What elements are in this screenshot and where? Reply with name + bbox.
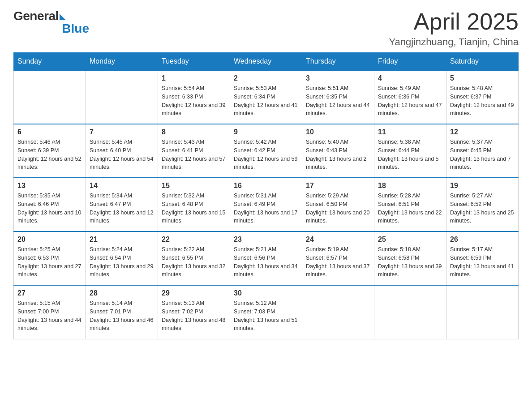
calendar-cell: 7Sunrise: 5:45 AMSunset: 6:40 PMDaylight…	[86, 124, 158, 178]
calendar-cell: 19Sunrise: 5:27 AMSunset: 6:52 PMDayligh…	[446, 178, 519, 231]
cell-day-number: 27	[17, 289, 82, 297]
cell-day-number: 1	[162, 74, 226, 82]
calendar-cell: 16Sunrise: 5:31 AMSunset: 6:49 PMDayligh…	[230, 178, 302, 231]
cell-sun-info: Sunrise: 5:48 AMSunset: 6:37 PMDaylight:…	[450, 84, 515, 118]
cell-sun-info: Sunrise: 5:32 AMSunset: 6:48 PMDaylight:…	[162, 192, 226, 225]
cell-day-number: 18	[378, 182, 442, 190]
calendar-cell: 11Sunrise: 5:38 AMSunset: 6:44 PMDayligh…	[374, 124, 446, 178]
cell-sun-info: Sunrise: 5:45 AMSunset: 6:40 PMDaylight:…	[90, 138, 154, 171]
cell-sun-info: Sunrise: 5:17 AMSunset: 6:59 PMDaylight:…	[450, 245, 515, 279]
calendar-cell	[446, 285, 519, 339]
cell-day-number: 11	[378, 128, 442, 136]
calendar-cell: 8Sunrise: 5:43 AMSunset: 6:41 PMDaylight…	[158, 124, 230, 178]
cell-sun-info: Sunrise: 5:24 AMSunset: 6:54 PMDaylight:…	[90, 245, 154, 279]
calendar-header-monday: Monday	[86, 53, 158, 71]
cell-day-number: 9	[234, 128, 298, 136]
cell-day-number: 28	[90, 289, 154, 297]
calendar-cell: 6Sunrise: 5:46 AMSunset: 6:39 PMDaylight…	[14, 124, 86, 178]
cell-sun-info: Sunrise: 5:31 AMSunset: 6:49 PMDaylight:…	[234, 192, 298, 225]
cell-sun-info: Sunrise: 5:29 AMSunset: 6:50 PMDaylight:…	[306, 192, 370, 225]
cell-sun-info: Sunrise: 5:22 AMSunset: 6:55 PMDaylight:…	[162, 245, 226, 279]
cell-day-number: 24	[306, 235, 370, 244]
cell-day-number: 14	[90, 182, 154, 190]
logo-triangle-icon	[60, 14, 66, 20]
cell-day-number: 17	[306, 182, 370, 190]
cell-day-number: 30	[234, 289, 298, 297]
cell-day-number: 23	[234, 235, 298, 244]
week-row-5: 27Sunrise: 5:15 AMSunset: 7:00 PMDayligh…	[14, 285, 519, 339]
cell-sun-info: Sunrise: 5:46 AMSunset: 6:39 PMDaylight:…	[17, 138, 82, 171]
cell-day-number: 6	[17, 128, 82, 136]
calendar-cell	[14, 70, 86, 124]
calendar-cell: 15Sunrise: 5:32 AMSunset: 6:48 PMDayligh…	[158, 178, 230, 231]
cell-sun-info: Sunrise: 5:27 AMSunset: 6:52 PMDaylight:…	[450, 192, 515, 225]
calendar-cell: 2Sunrise: 5:53 AMSunset: 6:34 PMDaylight…	[230, 70, 302, 124]
calendar-header-saturday: Saturday	[446, 53, 519, 71]
calendar-header-row: SundayMondayTuesdayWednesdayThursdayFrid…	[14, 53, 519, 71]
calendar-cell: 24Sunrise: 5:19 AMSunset: 6:57 PMDayligh…	[302, 231, 374, 285]
cell-sun-info: Sunrise: 5:13 AMSunset: 7:02 PMDaylight:…	[162, 299, 226, 333]
calendar-table: SundayMondayTuesdayWednesdayThursdayFrid…	[13, 52, 519, 339]
calendar-header-friday: Friday	[374, 53, 446, 71]
cell-sun-info: Sunrise: 5:53 AMSunset: 6:34 PMDaylight:…	[234, 84, 298, 118]
cell-sun-info: Sunrise: 5:54 AMSunset: 6:33 PMDaylight:…	[162, 84, 226, 118]
cell-day-number: 4	[378, 74, 442, 82]
calendar-cell: 18Sunrise: 5:28 AMSunset: 6:51 PMDayligh…	[374, 178, 446, 231]
calendar-cell: 12Sunrise: 5:37 AMSunset: 6:45 PMDayligh…	[446, 124, 519, 178]
cell-day-number: 3	[306, 74, 370, 82]
cell-sun-info: Sunrise: 5:21 AMSunset: 6:56 PMDaylight:…	[234, 245, 298, 279]
calendar-cell: 5Sunrise: 5:48 AMSunset: 6:37 PMDaylight…	[446, 70, 519, 124]
calendar-cell: 27Sunrise: 5:15 AMSunset: 7:00 PMDayligh…	[14, 285, 86, 339]
calendar-cell: 29Sunrise: 5:13 AMSunset: 7:02 PMDayligh…	[158, 285, 230, 339]
calendar-cell: 4Sunrise: 5:49 AMSunset: 6:36 PMDaylight…	[374, 70, 446, 124]
calendar-cell	[374, 285, 446, 339]
calendar-cell: 14Sunrise: 5:34 AMSunset: 6:47 PMDayligh…	[86, 178, 158, 231]
cell-sun-info: Sunrise: 5:28 AMSunset: 6:51 PMDaylight:…	[378, 192, 442, 225]
calendar-cell: 9Sunrise: 5:42 AMSunset: 6:42 PMDaylight…	[230, 124, 302, 178]
cell-day-number: 16	[234, 182, 298, 190]
calendar-header-tuesday: Tuesday	[158, 53, 230, 71]
cell-sun-info: Sunrise: 5:51 AMSunset: 6:35 PMDaylight:…	[306, 84, 370, 118]
calendar-cell: 17Sunrise: 5:29 AMSunset: 6:50 PMDayligh…	[302, 178, 374, 231]
cell-sun-info: Sunrise: 5:25 AMSunset: 6:53 PMDaylight:…	[17, 245, 82, 279]
calendar-header-wednesday: Wednesday	[230, 53, 302, 71]
week-row-4: 20Sunrise: 5:25 AMSunset: 6:53 PMDayligh…	[14, 231, 519, 285]
calendar-header-thursday: Thursday	[302, 53, 374, 71]
cell-day-number: 21	[90, 235, 154, 244]
logo: General General Blue	[13, 9, 89, 36]
week-row-3: 13Sunrise: 5:35 AMSunset: 6:46 PMDayligh…	[14, 178, 519, 231]
cell-day-number: 13	[17, 182, 82, 190]
month-title: April 2025	[389, 9, 519, 34]
cell-day-number: 15	[162, 182, 226, 190]
cell-day-number: 8	[162, 128, 226, 136]
calendar-cell: 3Sunrise: 5:51 AMSunset: 6:35 PMDaylight…	[302, 70, 374, 124]
cell-sun-info: Sunrise: 5:43 AMSunset: 6:41 PMDaylight:…	[162, 138, 226, 171]
cell-day-number: 29	[162, 289, 226, 297]
cell-sun-info: Sunrise: 5:19 AMSunset: 6:57 PMDaylight:…	[306, 245, 370, 279]
calendar-cell: 20Sunrise: 5:25 AMSunset: 6:53 PMDayligh…	[14, 231, 86, 285]
cell-sun-info: Sunrise: 5:15 AMSunset: 7:00 PMDaylight:…	[17, 299, 82, 333]
cell-sun-info: Sunrise: 5:34 AMSunset: 6:47 PMDaylight:…	[90, 192, 154, 225]
cell-sun-info: Sunrise: 5:42 AMSunset: 6:42 PMDaylight:…	[234, 138, 298, 171]
cell-day-number: 2	[234, 74, 298, 82]
cell-day-number: 22	[162, 235, 226, 244]
calendar-cell: 13Sunrise: 5:35 AMSunset: 6:46 PMDayligh…	[14, 178, 86, 231]
cell-day-number: 26	[450, 235, 515, 244]
cell-day-number: 12	[450, 128, 515, 136]
cell-sun-info: Sunrise: 5:38 AMSunset: 6:44 PMDaylight:…	[378, 138, 442, 171]
cell-day-number: 19	[450, 182, 515, 190]
calendar-cell: 23Sunrise: 5:21 AMSunset: 6:56 PMDayligh…	[230, 231, 302, 285]
week-row-2: 6Sunrise: 5:46 AMSunset: 6:39 PMDaylight…	[14, 124, 519, 178]
logo-blue-text: Blue	[62, 21, 89, 36]
page-header: General General Blue April 2025 Yangjinz…	[13, 9, 519, 48]
cell-sun-info: Sunrise: 5:49 AMSunset: 6:36 PMDaylight:…	[378, 84, 442, 118]
calendar-cell	[86, 70, 158, 124]
cell-day-number: 7	[90, 128, 154, 136]
calendar-cell: 1Sunrise: 5:54 AMSunset: 6:33 PMDaylight…	[158, 70, 230, 124]
cell-day-number: 20	[17, 235, 82, 244]
calendar-cell: 26Sunrise: 5:17 AMSunset: 6:59 PMDayligh…	[446, 231, 519, 285]
cell-sun-info: Sunrise: 5:37 AMSunset: 6:45 PMDaylight:…	[450, 138, 515, 171]
title-area: April 2025 Yangjinzhuang, Tianjin, China	[389, 9, 519, 48]
calendar-cell	[302, 285, 374, 339]
calendar-cell: 10Sunrise: 5:40 AMSunset: 6:43 PMDayligh…	[302, 124, 374, 178]
